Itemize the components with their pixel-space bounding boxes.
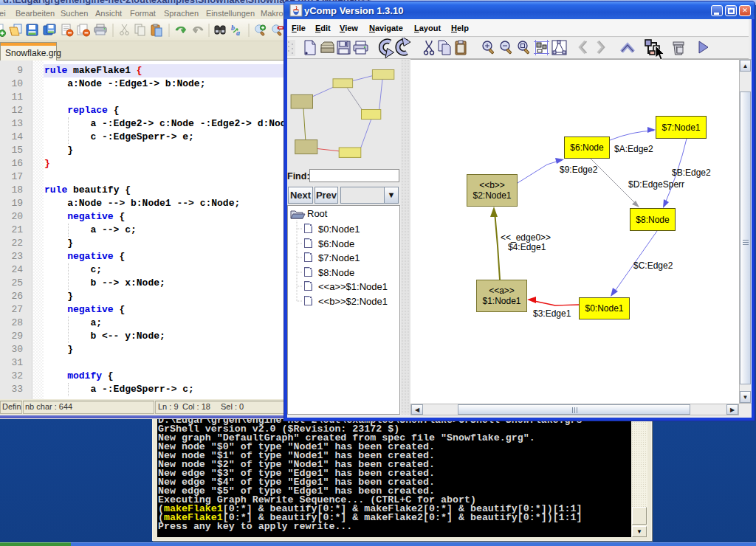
svg-text:b: b — [231, 24, 235, 32]
